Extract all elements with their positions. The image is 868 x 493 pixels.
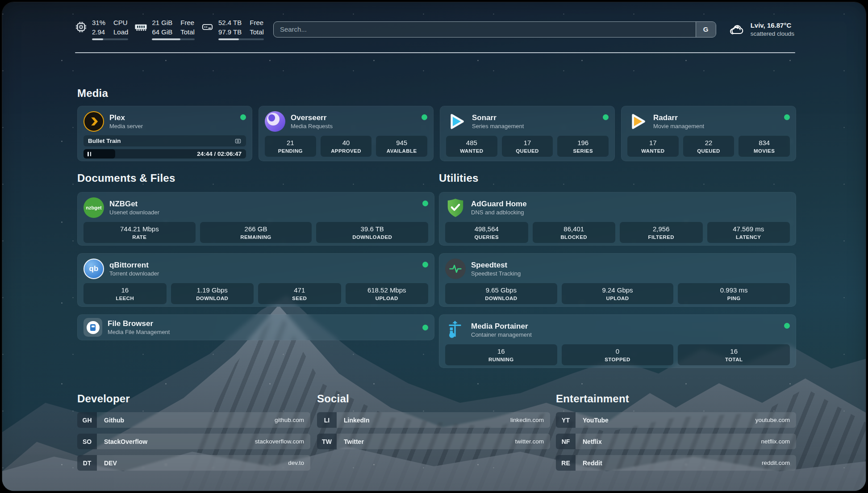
stat-label: SEED [262,295,338,302]
link-row-linkedin[interactable]: LI LinkedIn linkedin.com [317,412,550,428]
status-online-dot [422,325,428,330]
playback-progress-bar[interactable]: 24:44 / 02:06:47 [83,149,246,159]
weather-widget: Lviv, 16.87°C scattered clouds [729,21,794,38]
now-playing-row: Bullet Train [83,135,246,146]
section-title-social: Social [317,393,349,405]
cpu-load-value: 2.94 [92,28,105,37]
app-card-portainer[interactable]: Media Portainer Container management 16 … [439,314,796,368]
system-stat-memory: 21 GiB 64 GiB Free Total [135,18,195,40]
stat-value: 16 [449,347,554,356]
ram-free-label: Free [180,18,195,28]
header-divider [75,52,795,53]
stat-tile: 498,564 QUERIES [445,222,528,243]
stat-value: 471 [262,285,338,295]
search-engine-button[interactable]: G [696,22,716,37]
weather-condition: scattered clouds [751,30,794,38]
section-title-media: Media [77,87,108,100]
link-row-netflix[interactable]: NF Netflix netflix.com [556,434,796,449]
stat-tile: 86,401 BLOCKED [533,222,616,243]
cpu-progress-track [92,38,128,40]
stat-tile: 9.65 Gbps DOWNLOAD [445,283,557,304]
ram-icon [135,21,147,33]
stat-tile: 16 TOTAL [678,344,790,365]
stat-tile: 16 LEECH [83,283,167,304]
link-url: linkedin.com [510,417,544,423]
disk-progress-fill [218,38,239,40]
link-row-youtube[interactable]: YT YouTube youtube.com [556,412,796,428]
app-card-qbittorrent[interactable]: qb qBittorrent Torrent downloader 16 LEE… [77,253,434,307]
plex-icon [83,111,104,132]
link-row-stackoverflow[interactable]: SO StackOverflow stackoverflow.com [77,434,310,449]
app-card-adguard[interactable]: AdGuard Home DNS and adblocking 498,564 … [439,192,796,246]
qbittorrent-icon: qb [83,259,104,279]
stat-label: PING [681,295,786,302]
stat-tile: 266 GB REMAINING [200,222,312,243]
stat-tile: 945 AVAILABLE [376,136,427,157]
link-row-dev[interactable]: DT DEV dev.to [77,455,310,471]
stat-tile: 834 MOVIES [739,136,790,157]
stat-value: 39.6 TB [320,224,425,234]
stat-tile: 22 QUEUED [683,136,734,157]
app-subtitle: Media File Management [108,329,170,336]
stat-label: RUNNING [449,356,554,363]
ram-progress-fill [152,38,180,40]
app-title: File Browser [108,319,170,329]
search-input[interactable] [274,25,696,33]
stat-tile: 471 SEED [258,283,341,304]
app-card-radarr[interactable]: Radarr Movie management 17 WANTED 22 QUE… [621,106,796,161]
stat-label: DOWNLOAD [449,295,554,302]
stat-tile: 47.569 ms LATENCY [707,222,790,243]
search-bar[interactable]: G [273,21,716,38]
status-online-dot [784,114,790,120]
app-title: Radarr [653,113,704,123]
link-url: netflix.com [761,438,790,445]
dashboard-screen: 31% 2.94 CPU Load [2,2,866,491]
link-row-github[interactable]: GH Github github.com [77,412,310,428]
section-title-utilities: Utilities [439,172,478,184]
sonarr-icon [446,111,467,132]
app-card-overseerr[interactable]: Overseerr Media Requests 21 PENDING 40 A… [259,106,434,161]
disk-free-label: Free [250,18,264,28]
stat-value: 22 [687,138,731,148]
app-title: NZBGet [109,199,159,209]
ram-total-label: Total [180,28,195,37]
app-card-sonarr[interactable]: Sonarr Series management 485 WANTED 17 Q… [440,106,615,161]
stat-label: SERIES [561,148,605,155]
status-online-dot [421,114,427,120]
stat-label: DOWNLOAD [175,295,250,302]
app-subtitle: Container management [471,331,532,339]
stat-label: RATE [87,234,192,241]
section-title-entertainment: Entertainment [556,393,629,405]
radarr-icon [627,111,648,132]
stat-value: 485 [450,138,494,148]
status-online-dot [603,114,609,120]
stat-tile: 17 WANTED [627,136,679,157]
link-row-twitter[interactable]: TW Twitter twitter.com [317,434,550,449]
disk-total-value: 97.9 TB [218,28,242,37]
app-card-speedtest[interactable]: Speedtest Speedtest Tracking 9.65 Gbps D… [439,253,796,307]
pause-icon[interactable] [88,152,91,156]
stat-value: 9.65 Gbps [449,285,554,295]
stat-value: 86,401 [536,224,612,234]
link-name: LinkedIn [344,417,370,424]
stat-value: 2,956 [623,224,699,234]
app-card-nzbget[interactable]: nzbget NZBGet Usenet downloader 744.21 M… [77,192,434,246]
stat-tile: 39.6 TB DOWNLOADED [316,222,428,243]
stat-label: BLOCKED [536,234,612,241]
link-row-reddit[interactable]: RE Reddit reddit.com [556,455,796,471]
stat-label: TOTAL [681,356,786,363]
cpu-usage-value: 31% [92,18,105,28]
app-card-plex[interactable]: Plex Media server Bullet Train 24:44 / 0… [77,106,252,161]
link-badge: DT [77,455,97,471]
stat-tile: 196 SERIES [557,136,609,157]
app-subtitle: Series management [472,123,524,130]
status-online-dot [422,262,428,267]
stat-tile: 16 RUNNING [445,344,557,365]
app-title: Sonarr [472,113,524,123]
cpu-label: CPU [113,18,128,28]
stat-value: 498,564 [449,224,525,234]
ram-progress-track [152,38,195,40]
link-url: stackoverflow.com [255,438,304,445]
stat-tile: 17 QUEUED [502,136,553,157]
app-card-filebrowser[interactable]: File Browser Media File Management [77,314,434,340]
